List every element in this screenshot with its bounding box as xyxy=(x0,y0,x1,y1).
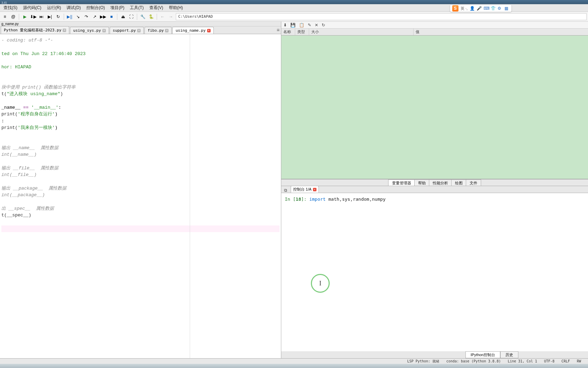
clear-icon[interactable]: ✎ xyxy=(308,23,311,28)
file-tab-fibo[interactable]: fibo.py× xyxy=(144,27,172,34)
file-tab-support[interactable]: support.py× xyxy=(110,27,144,34)
tab-ipython-console[interactable]: IPython控制台 xyxy=(465,351,500,358)
code-text: 输出 __name__ 属性数据 xyxy=(1,145,58,151)
close-icon[interactable]: × xyxy=(165,29,168,32)
console-tab-1a[interactable]: 控制台 1/A × xyxy=(291,186,319,193)
wrench-icon[interactable]: 🔧 xyxy=(139,13,146,20)
menu-run[interactable]: 运行(R) xyxy=(44,4,64,12)
code-text: : xyxy=(1,118,4,124)
outline-icon[interactable]: ≡ xyxy=(1,13,8,20)
code-text: 输出 __package__ 属性数据 xyxy=(1,186,66,191)
ime-keyboard-icon[interactable]: ⌨ xyxy=(484,6,488,11)
file-tab-usingname[interactable]: using_name.py× xyxy=(172,27,213,34)
new-console-icon[interactable]: ⧉ xyxy=(283,188,289,193)
at-icon[interactable]: @ xyxy=(10,13,17,20)
import-data-icon[interactable]: ⬇ xyxy=(283,23,287,28)
status-cursor-position: Line 31, Col 1 xyxy=(508,359,537,363)
current-line-highlight xyxy=(1,225,280,232)
pane-menu-icon[interactable]: ≡ xyxy=(277,27,280,33)
tab-profiler[interactable]: 性能分析 xyxy=(429,179,452,186)
refresh-icon[interactable]: ↻ xyxy=(322,23,325,28)
stop-icon[interactable]: ■ xyxy=(108,13,115,20)
code-text: ) xyxy=(55,112,57,117)
run-selection-icon[interactable]: ▶| xyxy=(46,13,53,20)
code-text: "进入模块 using_name" xyxy=(7,91,60,97)
working-dir-input[interactable]: C:\Users\HIAPAD xyxy=(176,13,587,20)
forward-icon[interactable]: → xyxy=(167,13,174,20)
debug-icon[interactable]: ▶|| xyxy=(66,13,73,20)
tab-label: using_name.py xyxy=(175,28,205,33)
save-data-icon[interactable]: 💾 xyxy=(290,23,296,28)
status-eol: CRLF xyxy=(562,359,570,363)
menu-find[interactable]: 查找(S) xyxy=(1,4,20,12)
run-cell-icon[interactable]: ⬇▶ xyxy=(30,13,37,20)
menu-view[interactable]: 查看(V) xyxy=(147,4,166,12)
console-bottom-tabs: IPython控制台 历史 xyxy=(281,351,588,358)
ruler-line xyxy=(190,34,190,358)
code-text: int(__name__) xyxy=(1,152,37,157)
ime-skin-icon[interactable]: 👕 xyxy=(491,6,495,11)
col-value[interactable]: 值 xyxy=(414,29,588,35)
code-text: : xyxy=(58,105,61,110)
tab-variable-explorer[interactable]: 变量管理器 xyxy=(388,179,415,186)
close-icon[interactable]: × xyxy=(102,29,106,32)
main-toolbar: ≡ @ ▶ ⬇▶ ⏭ ▶| ↻ ▶|| ↘ ↷ ↗ ▶▶ ■ ⏏ ⛶ 🔧 🐍 ←… xyxy=(0,12,588,22)
run-icon[interactable]: ▶ xyxy=(21,13,28,20)
ime-user-icon[interactable]: 👤 xyxy=(470,6,475,11)
col-name[interactable]: 名称 xyxy=(281,29,295,35)
code-editor[interactable]: - coding: utf-8 -*- ted on Thu Jun 22 17… xyxy=(0,34,281,358)
step-out-icon[interactable]: ↗ xyxy=(91,13,98,20)
col-type[interactable]: 类型 xyxy=(295,29,309,35)
run-cell-advance-icon[interactable]: ⏭ xyxy=(38,13,45,20)
menu-help[interactable]: 帮助(H) xyxy=(166,4,186,12)
ime-logo-icon: S xyxy=(452,5,458,12)
variable-table-body[interactable] xyxy=(281,36,588,179)
close-icon[interactable]: × xyxy=(207,29,211,32)
menu-source[interactable]: 源代码(C) xyxy=(20,4,44,12)
exit-debug-icon[interactable]: ⏏ xyxy=(119,13,126,20)
tab-label: Python 量化编程基础-2023.py xyxy=(4,28,61,33)
ime-tool-icon[interactable]: ⚙ xyxy=(497,6,502,11)
back-icon[interactable]: ← xyxy=(159,13,166,20)
tab-history[interactable]: 历史 xyxy=(500,351,518,358)
menu-debug[interactable]: 调试(D) xyxy=(64,4,84,12)
remove-icon[interactable]: ✕ xyxy=(315,23,318,28)
file-tab-quant[interactable]: Python 量化编程基础-2023.py× xyxy=(1,26,69,34)
code-text: == xyxy=(23,105,29,110)
close-icon[interactable]: × xyxy=(137,29,141,32)
ime-mic-icon[interactable]: 🎤 xyxy=(477,6,481,11)
code-text: ted on Thu Jun 22 17:46:40 2023 xyxy=(1,51,86,56)
ime-language[interactable]: 英 ·, xyxy=(461,6,468,11)
separator xyxy=(64,14,64,20)
menu-tools[interactable]: 工具(T) xyxy=(127,4,146,12)
tab-help[interactable]: 帮助 xyxy=(414,179,430,186)
ipython-console[interactable]: In [18]: import math,sys,random,numpy I xyxy=(281,193,588,351)
col-size[interactable]: 大小 xyxy=(309,29,414,35)
tab-label: support.py xyxy=(113,28,136,33)
menu-console[interactable]: 控制台(O) xyxy=(84,4,108,12)
console-prompt-close: ]: xyxy=(301,197,309,202)
status-bar: LSP Python: 就绪 conda: base (Python 3.8.8… xyxy=(0,358,588,364)
continue-icon[interactable]: ▶▶ xyxy=(100,13,107,20)
menu-project[interactable]: 项目(P) xyxy=(108,4,127,12)
ime-grid-icon[interactable]: ▦ xyxy=(504,6,509,11)
close-icon[interactable]: × xyxy=(313,188,316,191)
tab-files[interactable]: 文件 xyxy=(466,179,481,186)
maximize-icon[interactable]: ⛶ xyxy=(128,13,135,20)
code-text xyxy=(29,105,31,110)
python-path-icon[interactable]: 🐍 xyxy=(148,13,155,20)
separator xyxy=(19,14,19,20)
code-text: ) xyxy=(60,91,63,97)
tab-plots[interactable]: 绘图 xyxy=(451,179,467,186)
status-conda[interactable]: conda: base (Python 3.8.8) xyxy=(446,359,501,363)
close-icon[interactable]: × xyxy=(63,29,66,32)
rerun-icon[interactable]: ↻ xyxy=(55,13,62,20)
step-over-icon[interactable]: ↷ xyxy=(83,13,90,20)
windows-taskbar[interactable] xyxy=(0,364,588,368)
step-into-icon[interactable]: ↘ xyxy=(75,13,81,20)
save-as-icon[interactable]: 📋 xyxy=(299,23,304,28)
ime-toolbar[interactable]: S 英 ·, 👤 🎤 ⌨ 👕 ⚙ ▦ xyxy=(450,5,511,12)
file-tab-usingsys[interactable]: using_sys.py× xyxy=(70,27,109,34)
code-text: '__main__' xyxy=(31,105,58,110)
status-lsp[interactable]: LSP Python: 就绪 xyxy=(407,359,439,364)
